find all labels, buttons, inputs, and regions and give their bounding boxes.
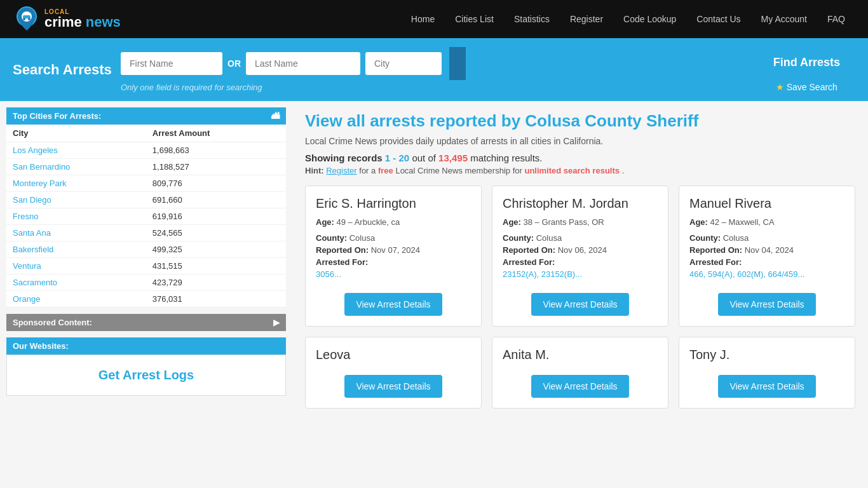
nav-cities-list[interactable]: Cities List: [445, 0, 504, 38]
nav-contact-us[interactable]: Contact Us: [686, 0, 750, 38]
arrest-card: Leova View Arrest Details: [305, 337, 482, 409]
nav-statistics[interactable]: Statistics: [504, 0, 560, 38]
city-input[interactable]: [365, 52, 442, 75]
top-navigation: LOCAL crime news Home Cities List Statis…: [0, 0, 868, 38]
logo[interactable]: LOCAL crime news: [13, 5, 121, 33]
star-icon: ★: [776, 82, 784, 92]
card-county: County: Colusa: [316, 233, 471, 243]
card-reported-on: Reported On: Nov 04, 2024: [689, 245, 844, 255]
search-hint: Only one field is required for searching: [121, 83, 745, 92]
arrest-card: Eric S. Harrington Age: 49 – Arbuckle, c…: [305, 186, 482, 327]
table-row: San Bernardino 1,188,527: [6, 159, 286, 175]
results-summary: Showing records 1 - 20 out of 13,495 mat…: [305, 152, 855, 163]
card-county: County: Colusa: [503, 233, 658, 243]
our-websites-title: Our Websites:: [6, 337, 286, 355]
search-bar-title: Search Arrests: [13, 62, 114, 78]
arrest-count-cell: 524,565: [146, 225, 286, 241]
city-link[interactable]: Orange: [13, 294, 40, 304]
table-row: Santa Ana 524,565: [6, 225, 286, 241]
city-link[interactable]: San Bernardino: [13, 162, 70, 172]
nav-faq[interactable]: FAQ: [817, 0, 855, 38]
cities-section-title: Top Cities For Arrests: 🏙: [6, 107, 286, 125]
view-details-button[interactable]: View Arrest Details: [344, 375, 442, 398]
logo-text: LOCAL crime news: [44, 9, 121, 29]
sidebar: Top Cities For Arrests: 🏙 City Arrest Am…: [0, 101, 292, 419]
card-county: County: Colusa: [689, 233, 844, 243]
city-link[interactable]: Bakersfield: [13, 245, 53, 254]
card-name: Tony J.: [689, 348, 844, 362]
main-layout: Top Cities For Arrests: 🏙 City Arrest Am…: [0, 101, 868, 419]
arrest-card: Anita M. View Arrest Details: [492, 337, 668, 409]
col-city: City: [6, 125, 146, 142]
city-link[interactable]: Ventura: [13, 261, 41, 271]
view-details-button[interactable]: View Arrest Details: [531, 293, 628, 316]
arrest-card: Christopher M. Jordan Age: 38 – Grants P…: [492, 186, 668, 327]
first-name-input[interactable]: [121, 52, 222, 75]
nav-register[interactable]: Register: [560, 0, 613, 38]
city-link[interactable]: Santa Ana: [13, 228, 51, 238]
city-name-cell: Santa Ana: [6, 225, 146, 241]
card-reported-on: Reported On: Nov 06, 2024: [503, 245, 658, 255]
save-search-link[interactable]: ★ Save Search: [776, 82, 837, 92]
results-total: 13,495: [438, 152, 468, 163]
city-name-cell: Bakersfield: [6, 241, 146, 258]
get-arrest-logs-title: Get Arrest Logs: [20, 368, 273, 383]
table-row: Bakersfield 499,325: [6, 241, 286, 258]
arrest-card: Manuel Rivera Age: 42 – Maxwell, CA Coun…: [679, 186, 855, 327]
nav-code-lookup[interactable]: Code Lookup: [613, 0, 686, 38]
find-arrests-button[interactable]: Find Arrests: [758, 47, 855, 78]
city-name-cell: Los Angeles: [6, 142, 146, 159]
card-name: Eric S. Harrington: [316, 196, 471, 211]
sponsored-icon: ▶: [273, 318, 280, 327]
save-search-label: Save Search: [787, 82, 837, 92]
svg-point-4: [28, 18, 31, 20]
nav-links: Home Cities List Statistics Register Cod…: [401, 0, 855, 38]
search-bar: Search Arrests OR Only one field is requ…: [0, 38, 868, 101]
city-link[interactable]: Sacramento: [13, 278, 57, 287]
table-row: Fresno 619,916: [6, 208, 286, 225]
arrest-count-cell: 809,776: [146, 175, 286, 192]
arrest-count-cell: 499,325: [146, 241, 286, 258]
arrest-count-cell: 691,660: [146, 192, 286, 208]
view-details-button[interactable]: View Arrest Details: [718, 375, 815, 398]
card-age: Age: 38 – Grants Pass, OR: [503, 217, 658, 227]
nav-home[interactable]: Home: [401, 0, 445, 38]
page-heading: View all arrests reported by Colusa Coun…: [305, 111, 855, 131]
results-suffix: matching results.: [470, 152, 542, 163]
card-arrested-for: Arrested For:: [316, 257, 471, 267]
card-name: Anita M.: [503, 348, 658, 362]
get-arrest-logs-box: Get Arrest Logs: [6, 355, 286, 396]
table-row: San Diego 691,660: [6, 192, 286, 208]
table-row: Monterey Park 809,776: [6, 175, 286, 192]
view-details-button[interactable]: View Arrest Details: [531, 375, 628, 398]
arrest-count-cell: 376,031: [146, 291, 286, 308]
hint-prefix: Hint:: [305, 166, 324, 175]
city-link[interactable]: Los Angeles: [13, 146, 58, 155]
card-age: Age: 42 – Maxwell, CA: [689, 217, 844, 227]
arrest-count-cell: 619,916: [146, 208, 286, 225]
nav-my-account[interactable]: My Account: [751, 0, 817, 38]
last-name-input[interactable]: [246, 52, 360, 75]
page-subheading: Local Crime News provides daily updates …: [305, 136, 855, 146]
city-link[interactable]: San Diego: [13, 195, 51, 205]
city-link[interactable]: Monterey Park: [13, 179, 67, 188]
view-details-button[interactable]: View Arrest Details: [718, 293, 815, 316]
search-fields: OR: [121, 47, 745, 80]
logo-icon: [13, 5, 41, 33]
city-name-cell: San Bernardino: [6, 159, 146, 175]
hint-end: .: [622, 166, 625, 175]
table-row: Orange 376,031: [6, 291, 286, 308]
card-name: Manuel Rivera: [689, 196, 844, 211]
find-save-area: Find Arrests ★ Save Search: [758, 47, 855, 92]
view-details-button[interactable]: View Arrest Details: [344, 293, 442, 316]
card-arrested-for: Arrested For:: [689, 257, 844, 267]
sponsored-content-title: Sponsored Content: ▶: [6, 314, 286, 331]
hint-register-link[interactable]: Register: [326, 166, 356, 175]
arrest-count-cell: 431,515: [146, 258, 286, 274]
city-link[interactable]: Fresno: [13, 212, 38, 221]
city-icon: 🏙: [271, 111, 280, 121]
arrest-count-cell: 1,698,663: [146, 142, 286, 159]
hint-middle2: Local Crime News membership for: [395, 166, 522, 175]
results-label: Showing records: [305, 152, 383, 163]
card-arrested-for: Arrested For:: [503, 257, 658, 267]
